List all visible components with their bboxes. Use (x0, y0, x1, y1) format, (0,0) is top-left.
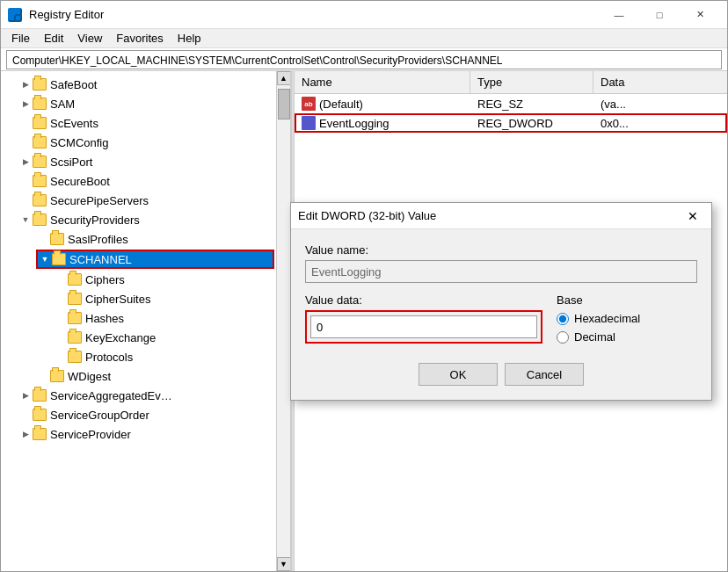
svg-rect-3 (16, 16, 20, 20)
expand-arrow: ▶ (18, 155, 33, 169)
tree-item-scmconfig[interactable]: ▶ SCMConfig (1, 133, 276, 152)
tree-item-servicegrouporder[interactable]: ▶ ServiceGroupOrder (1, 405, 276, 424)
menu-bar: File Edit View Favorites Help (1, 29, 727, 48)
folder-icon (33, 409, 47, 421)
eventlogging-value-name: EventLogging (319, 117, 389, 130)
row-type-eventlogging: REG_DWORD (470, 117, 593, 130)
tree-item-serviceaggregated[interactable]: ▶ ServiceAggregatedEv… (1, 386, 276, 405)
address-path[interactable]: Computer\HKEY_LOCAL_MACHINE\SYSTEM\Curre… (6, 50, 722, 69)
folder-icon (33, 389, 47, 402)
table-header: Name Type Data (295, 71, 727, 94)
tree-label: SAM (50, 98, 75, 111)
address-bar: Computer\HKEY_LOCAL_MACHINE\SYSTEM\Curre… (1, 48, 727, 71)
tree-item-ciphers[interactable]: ▶ Ciphers (1, 270, 276, 289)
tree-item-safeboot[interactable]: ▶ SafeBoot (1, 75, 276, 94)
scroll-up-arrow[interactable]: ▲ (277, 71, 291, 85)
tree-item-serviceprovider[interactable]: ▶ ServiceProvider (1, 424, 276, 444)
tree-item-ciphersuites[interactable]: ▶ CipherSuites (1, 289, 276, 308)
tree-label: CipherSuites (85, 293, 150, 306)
ok-button[interactable]: OK (419, 363, 498, 386)
tree-label: WDigest (68, 370, 111, 383)
tree-label: SaslProfiles (68, 233, 128, 246)
dialog-row: Value data: Base Hexadecimal (305, 293, 697, 349)
menu-view[interactable]: View (70, 30, 109, 47)
value-name-label: Value name: (305, 243, 697, 257)
svg-rect-0 (10, 10, 14, 14)
row-data-default: (va... (593, 98, 727, 111)
value-data-input[interactable] (310, 315, 537, 338)
tree-item-saslprofiles[interactable]: ▶ SaslProfiles (1, 229, 276, 249)
tree-label: ServiceProvider (50, 428, 131, 441)
tree-item-protocols[interactable]: ▶ Protocols (1, 347, 276, 366)
folder-icon (52, 253, 66, 265)
window-controls: — □ ✕ (599, 1, 720, 29)
row-name-default: ab (Default) (295, 97, 470, 111)
tree-item-schannel[interactable]: ▼ SCHANNEL (36, 250, 274, 269)
tree-label: ServiceGroupOrder (50, 409, 149, 422)
tree-item-scsiport[interactable]: ▶ ScsiPort (1, 152, 276, 171)
default-value-name: (Default) (319, 98, 363, 111)
tree-label: SecurePipeServers (50, 194, 149, 207)
menu-file[interactable]: File (4, 30, 37, 47)
tree-item-securityproviders[interactable]: ▼ SecurityProviders (1, 210, 276, 229)
menu-favorites[interactable]: Favorites (109, 30, 170, 47)
folder-icon (50, 233, 64, 245)
folder-icon (33, 194, 47, 206)
col-header-name: Name (295, 71, 470, 93)
expand-arrow: ▶ (18, 427, 33, 441)
edit-dword-dialog: Edit DWORD (32-bit) Value ✕ Value name: … (290, 202, 712, 401)
expand-arrow: ▶ (18, 388, 33, 402)
close-button[interactable]: ✕ (680, 1, 720, 29)
value-data-box (305, 310, 542, 344)
svg-rect-7 (309, 124, 314, 128)
folder-icon (33, 214, 47, 226)
decimal-radio-row: Decimal (557, 330, 697, 344)
tree-item-scevents[interactable]: ▶ ScEvents (1, 113, 276, 133)
value-data-label: Value data: (305, 293, 542, 307)
folder-icon (33, 78, 47, 91)
expand-arrow: ▼ (38, 252, 52, 266)
col-header-type: Type (470, 71, 593, 93)
scroll-thumb[interactable] (278, 89, 290, 119)
tree-item-hashes[interactable]: ▶ Hashes (1, 308, 276, 328)
scroll-down-arrow[interactable]: ▼ (277, 557, 291, 571)
value-data-section: Value data: (305, 293, 542, 349)
tree-item-keyexchange[interactable]: ▶ KeyExchange (1, 328, 276, 347)
folder-icon (33, 117, 47, 129)
tree-label: ScEvents (50, 117, 98, 130)
expand-arrow: ▶ (18, 77, 33, 91)
cancel-button[interactable]: Cancel (505, 363, 584, 386)
tree-item-wdigest[interactable]: ▶ WDigest (1, 366, 276, 386)
tree-item-sam[interactable]: ▶ SAM (1, 94, 276, 113)
tree-item-securepipeservers[interactable]: ▶ SecurePipeServers (1, 191, 276, 210)
menu-edit[interactable]: Edit (37, 30, 70, 47)
minimize-button[interactable]: — (599, 1, 639, 29)
dialog-title: Edit DWORD (32-bit) Value (298, 209, 681, 222)
svg-rect-2 (10, 16, 14, 20)
tree-label: Ciphers (85, 273, 125, 286)
expand-arrow: ▶ (18, 97, 33, 111)
tree-label: SecurityProviders (50, 214, 140, 227)
folder-icon (68, 273, 82, 286)
table-row-eventlogging[interactable]: EventLogging REG_DWORD 0x0... (295, 113, 727, 133)
tree-pane: ▶ SafeBoot ▶ SAM ▶ ScEvents (1, 71, 291, 571)
folder-icon (33, 98, 47, 110)
window-title: Registry Editor (29, 8, 599, 21)
tree-item-secureboot[interactable]: ▶ SecureBoot (1, 171, 276, 191)
tree-label: ServiceAggregatedEv… (50, 389, 172, 402)
menu-help[interactable]: Help (171, 30, 208, 47)
dialog-buttons: OK Cancel (305, 363, 697, 386)
folder-icon (50, 370, 64, 382)
col-header-data: Data (593, 71, 727, 93)
table-row-default[interactable]: ab (Default) REG_SZ (va... (295, 94, 727, 113)
folder-icon (33, 156, 47, 168)
hexadecimal-radio[interactable] (557, 313, 569, 325)
value-name-input[interactable] (305, 260, 697, 283)
app-icon (8, 8, 22, 22)
base-label: Base (557, 293, 697, 307)
row-name-eventlogging: EventLogging (295, 116, 470, 130)
maximize-button[interactable]: □ (639, 1, 680, 29)
dialog-close-button[interactable]: ✕ (681, 205, 704, 228)
tree-label: ScsiPort (50, 156, 92, 169)
decimal-radio[interactable] (557, 331, 569, 344)
